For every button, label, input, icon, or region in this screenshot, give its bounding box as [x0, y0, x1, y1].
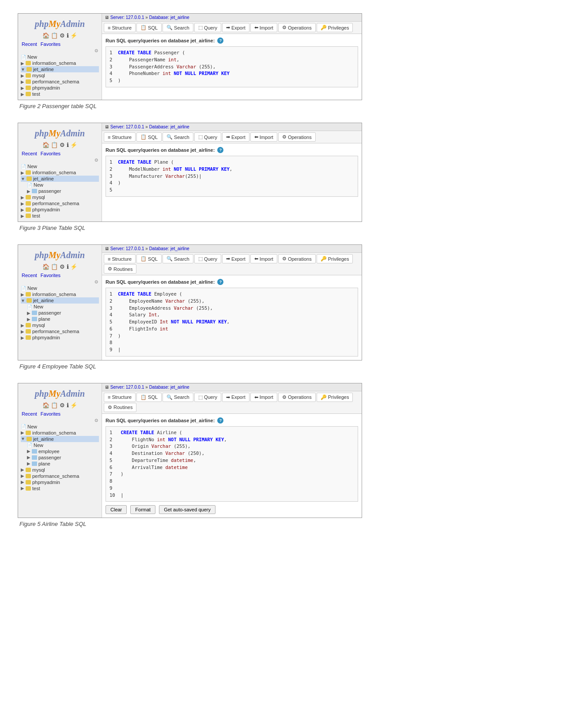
- db-item-mysql[interactable]: ▶mysql: [21, 467, 99, 473]
- db-item-information_schema[interactable]: ▶information_schema: [21, 60, 99, 66]
- db-item-test[interactable]: ▶test: [21, 213, 99, 219]
- tab-query[interactable]: ⬚Query: [194, 393, 221, 402]
- favorites-link[interactable]: Favorites: [41, 411, 60, 417]
- new-database-item[interactable]: 📄New: [21, 54, 99, 60]
- go-icon[interactable]: ⊙: [18, 158, 102, 162]
- favorites-link[interactable]: Favorites: [41, 151, 60, 156]
- db-item-performance_schema[interactable]: ▶performance_schema: [21, 473, 99, 479]
- tab-structure[interactable]: ≡Structure: [104, 132, 136, 142]
- database-link[interactable]: Database: jet_airline: [149, 15, 189, 20]
- favorites-link[interactable]: Favorites: [41, 273, 60, 278]
- btn-get-auto-saved-query[interactable]: Get auto-saved query: [159, 505, 215, 514]
- btn-clear[interactable]: Clear: [106, 505, 127, 514]
- db-item-performance_schema[interactable]: ▶performance_schema: [21, 328, 99, 334]
- database-link[interactable]: Database: jet_airline: [149, 385, 189, 390]
- tab-export[interactable]: ➡Export: [222, 393, 249, 402]
- tab-search[interactable]: 🔍Search: [162, 393, 193, 402]
- tab-privileges[interactable]: 🔑Privileges: [317, 393, 353, 402]
- tab-operations[interactable]: ⚙Operations: [278, 132, 316, 142]
- server-link[interactable]: Server: 127.0.0.1: [110, 15, 144, 20]
- recent-link[interactable]: Recent: [22, 411, 37, 417]
- sub-item-passenger[interactable]: ▶passenger: [21, 454, 99, 461]
- sql-editor[interactable]: 1 CREATE TABLE Plane (2 ModelNumber int …: [106, 156, 358, 197]
- info-icon[interactable]: ?: [217, 38, 223, 44]
- tab-query[interactable]: ⬚Query: [194, 23, 221, 32]
- sub-item-plane[interactable]: ▶plane: [21, 316, 99, 322]
- btn-format[interactable]: Format: [130, 505, 155, 514]
- db-item-performance_schema[interactable]: ▶performance_schema: [21, 79, 99, 85]
- sub-item-New[interactable]: 📄New: [21, 182, 99, 188]
- tab-operations[interactable]: ⚙Operations: [278, 254, 316, 263]
- db-item-jet_airline[interactable]: ▼jet_airline: [21, 436, 99, 442]
- tab-export[interactable]: ➡Export: [222, 132, 249, 142]
- info-icon[interactable]: ?: [217, 279, 223, 285]
- database-link[interactable]: Database: jet_airline: [149, 246, 189, 251]
- tab-export[interactable]: ➡Export: [222, 23, 249, 32]
- tab-query[interactable]: ⬚Query: [194, 254, 221, 263]
- go-icon[interactable]: ⊙: [18, 48, 102, 53]
- database-link[interactable]: Database: jet_airline: [149, 124, 189, 129]
- tab-import[interactable]: ⬅Import: [250, 23, 277, 32]
- tab-operations[interactable]: ⚙Operations: [278, 393, 316, 402]
- tab-sql[interactable]: 📋SQL: [136, 132, 162, 142]
- tab-structure[interactable]: ≡Structure: [104, 393, 136, 402]
- favorites-link[interactable]: Favorites: [41, 41, 60, 47]
- recent-link[interactable]: Recent: [22, 151, 37, 156]
- sub-item-New[interactable]: 📄New: [21, 442, 99, 448]
- db-item-information_schema[interactable]: ▶information_schema: [21, 291, 99, 297]
- db-item-phpmyadmin[interactable]: ▶phpmyadmin: [21, 206, 99, 213]
- tab-operations[interactable]: ⚙Operations: [278, 23, 316, 32]
- db-item-information_schema[interactable]: ▶information_schema: [21, 169, 99, 176]
- db-item-test[interactable]: ▶test: [21, 91, 99, 97]
- db-item-mysql[interactable]: ▶mysql: [21, 72, 99, 79]
- go-icon[interactable]: ⊙: [18, 418, 102, 423]
- tab-routines[interactable]: ⚙Routines: [104, 403, 136, 412]
- tab-structure[interactable]: ≡Structure: [104, 254, 136, 263]
- db-item-mysql[interactable]: ▶mysql: [21, 194, 99, 200]
- sub-item-passenger[interactable]: ▶passenger: [21, 188, 99, 194]
- tab-query[interactable]: ⬚Query: [194, 132, 221, 142]
- recent-link[interactable]: Recent: [22, 41, 37, 47]
- new-database-item[interactable]: 📄New: [21, 163, 99, 169]
- tab-routines[interactable]: ⚙Routines: [104, 264, 136, 274]
- tab-export[interactable]: ➡Export: [222, 254, 249, 263]
- db-item-mysql[interactable]: ▶mysql: [21, 322, 99, 328]
- db-item-phpmyadmin[interactable]: ▶phpmyadmin: [21, 334, 99, 341]
- tab-sql[interactable]: 📋SQL: [136, 23, 162, 32]
- db-item-performance_schema[interactable]: ▶performance_schema: [21, 200, 99, 206]
- db-item-jet_airline[interactable]: ▼jet_airline: [21, 297, 99, 304]
- db-item-jet_airline[interactable]: ▼jet_airline: [21, 176, 99, 182]
- sub-item-New[interactable]: 📄New: [21, 304, 99, 310]
- db-item-jet_airline[interactable]: ▼jet_airline: [21, 66, 99, 72]
- go-icon[interactable]: ⊙: [18, 279, 102, 284]
- sql-editor[interactable]: 1 CREATE TABLE Employee (2 EmployeeName …: [106, 288, 358, 356]
- db-item-phpmyadmin[interactable]: ▶phpmyadmin: [21, 479, 99, 485]
- tab-search[interactable]: 🔍Search: [162, 132, 193, 142]
- new-database-item[interactable]: 📄New: [21, 424, 99, 430]
- tab-import[interactable]: ⬅Import: [250, 132, 277, 142]
- tab-search[interactable]: 🔍Search: [162, 23, 193, 32]
- tab-privileges[interactable]: 🔑Privileges: [317, 254, 353, 263]
- tab-import[interactable]: ⬅Import: [250, 393, 277, 402]
- sub-item-plane[interactable]: ▶plane: [21, 461, 99, 467]
- tab-import[interactable]: ⬅Import: [250, 254, 277, 263]
- server-link[interactable]: Server: 127.0.0.1: [110, 124, 144, 129]
- sql-editor[interactable]: 1 CREATE TABLE Passenger (2 PassengerNam…: [106, 46, 358, 87]
- sql-editor[interactable]: 1 CREATE TABLE Airline (2 FlightNo int N…: [106, 426, 358, 502]
- server-link[interactable]: Server: 127.0.0.1: [110, 385, 144, 390]
- db-item-phpmyadmin[interactable]: ▶phpmyadmin: [21, 85, 99, 91]
- db-item-test[interactable]: ▶test: [21, 485, 99, 492]
- info-icon[interactable]: ?: [217, 147, 223, 153]
- server-link[interactable]: Server: 127.0.0.1: [110, 246, 144, 251]
- tab-sql[interactable]: 📋SQL: [136, 254, 162, 263]
- tab-structure[interactable]: ≡Structure: [104, 23, 136, 32]
- sub-item-employee[interactable]: ▶employee: [21, 448, 99, 454]
- recent-link[interactable]: Recent: [22, 273, 37, 278]
- tab-search[interactable]: 🔍Search: [162, 254, 193, 263]
- sub-item-passenger[interactable]: ▶passenger: [21, 310, 99, 316]
- info-icon[interactable]: ?: [217, 417, 223, 424]
- new-database-item[interactable]: 📄New: [21, 285, 99, 291]
- tab-sql[interactable]: 📋SQL: [136, 393, 162, 402]
- tab-privileges[interactable]: 🔑Privileges: [317, 23, 353, 32]
- db-item-information_schema[interactable]: ▶information_schema: [21, 430, 99, 436]
